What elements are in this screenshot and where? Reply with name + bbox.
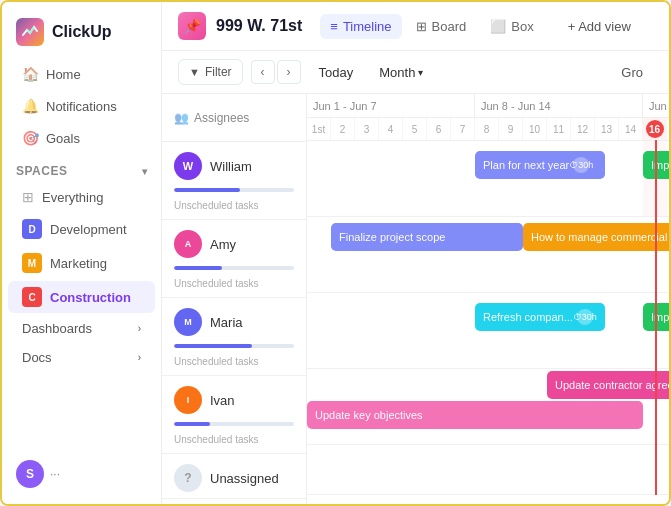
docs-section[interactable]: Docs › <box>8 344 155 371</box>
nav-goals[interactable]: 🎯 Goals <box>8 123 155 153</box>
task-update-contractor[interactable]: Update contractor agreement <box>547 371 669 399</box>
assignee-info-amy: A Amy <box>162 220 306 264</box>
user-avatar-row: S ··· <box>2 452 161 496</box>
assignee-info-william: W William <box>162 142 306 186</box>
logo-icon <box>16 18 44 46</box>
bar-fill-maria <box>174 344 252 348</box>
board-icon: ⊞ <box>416 19 427 34</box>
filter-icon: ▼ <box>189 66 200 78</box>
nav-arrows: ‹ › <box>251 60 301 84</box>
day-6: 6 <box>427 118 451 140</box>
task-refresh-company[interactable]: Refresh compan... ⏱30h <box>475 303 605 331</box>
space-development-label: Development <box>50 222 127 237</box>
next-arrow[interactable]: › <box>277 60 301 84</box>
nav-notifications[interactable]: 🔔 Notifications <box>8 91 155 121</box>
docs-label: Docs <box>22 350 52 365</box>
gantt-row-unassigned <box>307 445 669 495</box>
spaces-section-header: Spaces ▾ <box>2 154 161 182</box>
month-chevron: ▾ <box>418 67 423 78</box>
unscheduled-amy: Unscheduled tasks <box>162 278 306 297</box>
assignees-header: 👥 Assignees <box>162 94 306 142</box>
assignee-row-maria: M Maria Unscheduled tasks <box>162 298 306 376</box>
name-unassigned: Unassigned <box>210 471 279 486</box>
marketing-badge: M <box>22 253 42 273</box>
task-duration2-icon: ⏱30h <box>577 309 593 325</box>
tab-board[interactable]: ⊞ Board <box>406 14 477 39</box>
user-avatar[interactable]: S <box>16 460 44 488</box>
avatar-ivan: I <box>174 386 202 414</box>
filter-button[interactable]: ▼ Filter <box>178 59 243 85</box>
space-marketing[interactable]: M Marketing <box>8 247 155 279</box>
space-everything[interactable]: ⊞ Everything <box>8 183 155 211</box>
tab-timeline[interactable]: ≡ Timeline <box>320 14 401 39</box>
construction-badge: C <box>22 287 42 307</box>
gantt-area: Jun 1 - Jun 7 Jun 8 - Jun 14 Jun 15 - Ju… <box>307 94 669 504</box>
docs-chevron: › <box>138 352 141 363</box>
assignee-row-william: W William Unscheduled tasks <box>162 142 306 220</box>
assignee-row-ivan: I Ivan Unscheduled tasks <box>162 376 306 454</box>
project-icon: 📌 <box>178 12 206 40</box>
week-2: Jun 8 - Jun 14 <box>475 94 643 117</box>
name-amy: Amy <box>210 237 236 252</box>
assignees-icon: 👥 <box>174 111 189 125</box>
avatar-william: W <box>174 152 202 180</box>
bell-icon: 🔔 <box>22 98 38 114</box>
everything-icon: ⊞ <box>22 189 34 205</box>
today-button[interactable]: Today <box>309 61 364 84</box>
day-14: 14 <box>619 118 643 140</box>
gantt-row-ivan: Update contractor agreement Update key o… <box>307 369 669 445</box>
chevron-down-icon: ▾ <box>142 166 148 177</box>
main-header: 📌 999 W. 71st ≡ Timeline ⊞ Board ⬜ Box +… <box>162 2 669 51</box>
day-15: 16 <box>643 118 667 140</box>
tab-box[interactable]: ⬜ Box <box>480 14 543 39</box>
sidebar: ClickUp 🏠 Home 🔔 Notifications 🎯 Goals S… <box>2 2 162 506</box>
bar-ivan <box>174 422 294 426</box>
assignee-info-unassigned: ? Unassigned <box>162 454 306 498</box>
month-picker[interactable]: Month ▾ <box>371 61 431 84</box>
main-content: 📌 999 W. 71st ≡ Timeline ⊞ Board ⬜ Box +… <box>162 2 669 504</box>
name-ivan: Ivan <box>210 393 235 408</box>
task-plan-next-year[interactable]: Plan for next year ⏱30h <box>475 151 605 179</box>
name-maria: Maria <box>210 315 243 330</box>
logo: ClickUp <box>2 14 161 58</box>
nav-notifications-label: Notifications <box>46 99 117 114</box>
assignee-info-ivan: I Ivan <box>162 376 306 420</box>
add-view-button[interactable]: + Add view <box>558 14 641 39</box>
assignee-info-maria: M Maria <box>162 298 306 342</box>
day-16: 17 <box>667 118 669 140</box>
box-icon: ⬜ <box>490 19 506 34</box>
nav-home[interactable]: 🏠 Home <box>8 59 155 89</box>
bar-fill-ivan <box>174 422 210 426</box>
gantt-body: Plan for next year ⏱30h Implem... ✓ Fina… <box>307 141 669 495</box>
week-3: Jun 15 - Jun 21 <box>643 94 669 117</box>
space-construction[interactable]: C Construction <box>8 281 155 313</box>
dashboards-section[interactable]: Dashboards › <box>8 315 155 342</box>
bar-fill-william <box>174 188 240 192</box>
week-1: Jun 1 - Jun 7 <box>307 94 475 117</box>
prev-arrow[interactable]: ‹ <box>251 60 275 84</box>
assignee-row-amy: A Amy Unscheduled tasks <box>162 220 306 298</box>
day-5: 5 <box>403 118 427 140</box>
bar-william <box>174 188 294 192</box>
bar-fill-amy <box>174 266 222 270</box>
space-development[interactable]: D Development <box>8 213 155 245</box>
gantt-weeks: Jun 1 - Jun 7 Jun 8 - Jun 14 Jun 15 - Ju… <box>307 94 669 118</box>
user-menu-dots[interactable]: ··· <box>50 467 60 481</box>
goals-icon: 🎯 <box>22 130 38 146</box>
task-how-to-manage[interactable]: How to manage commercial listi... <box>523 223 669 251</box>
task-update-key-objectives[interactable]: Update key objectives <box>307 401 643 429</box>
day-13: 13 <box>595 118 619 140</box>
day-7: 7 <box>451 118 475 140</box>
avatar-amy: A <box>174 230 202 258</box>
project-title: 999 W. 71st <box>216 17 302 35</box>
unscheduled-william: Unscheduled tasks <box>162 200 306 219</box>
app-name: ClickUp <box>52 23 112 41</box>
group-button[interactable]: Gro <box>611 61 653 84</box>
day-11: 11 <box>547 118 571 140</box>
header-tabs: ≡ Timeline ⊞ Board ⬜ Box <box>320 14 543 39</box>
day-9: 9 <box>499 118 523 140</box>
name-william: William <box>210 159 252 174</box>
spaces-list: ⊞ Everything D Development M Marketing C… <box>2 182 161 314</box>
task-finalize-scope[interactable]: Finalize project scope <box>331 223 523 251</box>
toolbar: ▼ Filter ‹ › Today Month ▾ Gro <box>162 51 669 94</box>
